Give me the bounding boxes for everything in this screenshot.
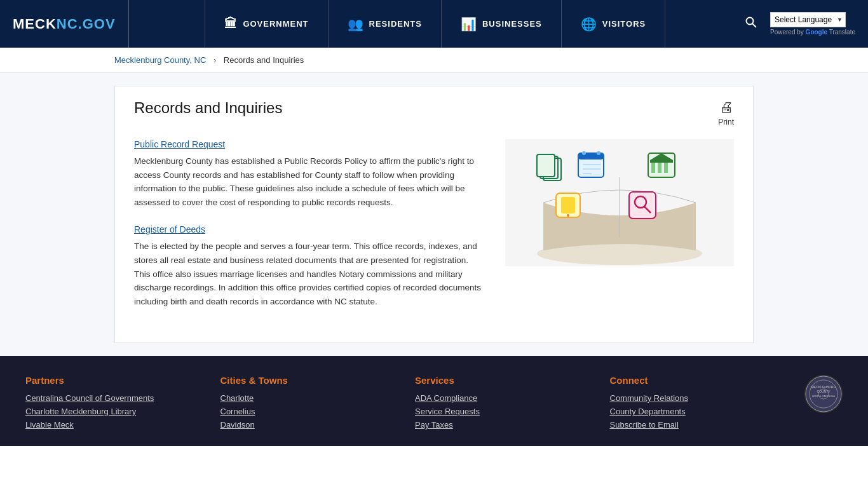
site-logo[interactable]: MECKNC.GOV [13,0,129,48]
footer-partners: Partners Centralina Council of Governmen… [25,375,208,433]
footer-cities: Cities & Towns Charlotte Cornelius David… [208,375,403,433]
register-deeds-text: The is elected by the people and serves … [134,240,486,308]
nav-businesses-label: BUSINESSES [482,19,542,29]
main-content: Records and Inquiries 🖨 Print Public Rec… [0,73,868,356]
cities-title: Cities & Towns [220,375,390,386]
footer-link-cornelius[interactable]: Cornelius [220,407,390,416]
footer-link-pay-taxes[interactable]: Pay Taxes [415,420,585,430]
footer-link-community[interactable]: Community Relations [610,393,780,403]
svg-rect-22 [561,197,575,214]
content-header: Records and Inquiries 🖨 Print [134,99,734,126]
footer-services: Services ADA Compliance Service Requests… [402,375,597,433]
county-seal: MECKLENBURG COUNTY NORTH CAROLINA [804,375,843,413]
footer-link-subscribe[interactable]: Subscribe to Email [610,420,780,430]
footer-connect: Connect Community Relations County Depar… [597,375,792,433]
footer-link-davidson[interactable]: Davidson [220,420,390,430]
footer-link-charlotte[interactable]: Charlotte [220,393,390,403]
svg-rect-16 [651,161,655,173]
footer-link-service-requests[interactable]: Service Requests [415,407,585,416]
svg-point-0 [747,18,754,25]
powered-by-text: Powered by Google Translate [770,29,855,36]
page-title: Records and Inquiries [134,99,282,117]
breadcrumb-home[interactable]: Mecklenburg County, NC [114,55,206,65]
register-deeds-link[interactable]: Register of Deeds [134,224,486,234]
nav-government-label: GOVERNMENT [243,19,308,29]
language-select-wrapper[interactable]: Select Language [770,12,846,27]
footer-columns: Partners Centralina Council of Governmen… [25,375,843,433]
connect-title: Connect [610,375,780,386]
logo-nc: NC.GOV [57,16,116,32]
footer-link-centralina[interactable]: Centralina Council of Governments [25,393,195,403]
svg-text:NORTH CAROLINA: NORTH CAROLINA [812,395,835,398]
printer-icon: 🖨 [719,99,733,116]
content-text: Public Record Request Mecklenburg County… [134,139,486,323]
nav-government[interactable]: 🏛 GOVERNMENT [205,0,328,48]
public-record-link[interactable]: Public Record Request [134,139,486,149]
svg-text:MECKLENBURG: MECKLENBURG [811,385,836,389]
content-body: Public Record Request Mecklenburg County… [134,139,734,323]
footer-seal-area: MECKLENBURG COUNTY NORTH CAROLINA [792,375,843,433]
footer: Partners Centralina Council of Governmen… [0,356,868,446]
residents-icon: 👥 [348,17,364,32]
government-icon: 🏛 [224,17,238,31]
translate-widget: Select Language Powered by Google Transl… [770,12,855,36]
nav-businesses[interactable]: 📊 BUSINESSES [442,0,562,48]
svg-point-23 [567,214,569,217]
svg-point-27 [806,376,841,412]
header-right: Select Language Powered by Google Transl… [742,12,855,36]
breadcrumb-separator: › [214,55,216,65]
logo-meck: MECK [13,16,57,32]
main-nav: 🏛 GOVERNMENT 👥 RESIDENTS 📊 BUSINESSES 🌐 … [129,0,742,48]
svg-rect-17 [658,161,661,173]
header: MECKNC.GOV 🏛 GOVERNMENT 👥 RESIDENTS 📊 BU… [0,0,868,48]
breadcrumb: Mecklenburg County, NC › Records and Inq… [0,48,868,73]
businesses-icon: 📊 [461,17,477,32]
search-button[interactable] [742,13,761,35]
language-select[interactable]: Select Language [770,12,846,27]
nav-residents[interactable]: 👥 RESIDENTS [329,0,442,48]
svg-line-1 [752,24,756,27]
print-button[interactable]: 🖨 Print [718,99,734,126]
records-illustration [505,139,734,323]
svg-point-10 [582,151,586,155]
public-record-text: Mecklenburg County has established a Pub… [134,154,486,209]
svg-rect-7 [537,154,555,177]
content-card: Records and Inquiries 🖨 Print Public Rec… [114,86,754,343]
nav-visitors-label: VISITORS [602,19,646,29]
footer-link-livable[interactable]: Livable Meck [25,420,195,430]
services-title: Services [415,375,585,386]
footer-link-county-depts[interactable]: County Departments [610,407,780,416]
svg-rect-18 [664,161,668,173]
print-label: Print [718,118,734,126]
svg-rect-19 [650,160,673,163]
partners-title: Partners [25,375,195,386]
breadcrumb-current: Records and Inquiries [224,55,304,65]
svg-point-11 [597,151,600,155]
nav-visitors[interactable]: 🌐 VISITORS [562,0,665,48]
visitors-icon: 🌐 [581,17,597,32]
footer-link-cml[interactable]: Charlotte Mecklenburg Library [25,407,195,416]
footer-link-ada[interactable]: ADA Compliance [415,393,585,403]
nav-residents-label: RESIDENTS [369,19,422,29]
